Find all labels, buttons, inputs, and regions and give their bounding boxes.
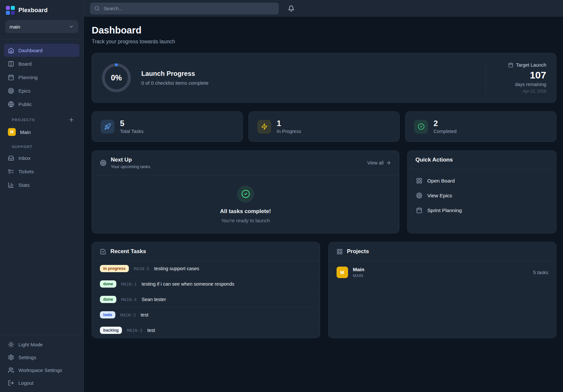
check-square-icon xyxy=(100,249,106,255)
recent-tasks-title: Recent Tasks xyxy=(110,248,146,255)
sidebar-item-inbox[interactable]: Inbox xyxy=(4,151,80,164)
globe-icon xyxy=(8,101,14,107)
plus-icon xyxy=(68,117,74,123)
sidebar-item-board[interactable]: Board xyxy=(4,57,80,70)
app-logo: Plexboard xyxy=(5,5,78,20)
quick-action-label: Open Board xyxy=(427,178,455,184)
sidebar-nav: Dashboard Board Planning Epics Public PR… xyxy=(0,39,83,192)
task-key: MAIN-5 xyxy=(134,266,149,271)
workspace-selector[interactable]: main xyxy=(5,20,78,33)
sidebar-item-stats[interactable]: Stats xyxy=(4,178,80,191)
sidebar-item-label: Public xyxy=(18,101,32,107)
view-all-label: View all xyxy=(367,160,384,165)
project-name: Main xyxy=(353,267,364,272)
recent-tasks-card: Recent Tasks in progress MAIN-5 testing … xyxy=(92,242,320,338)
sidebar-item-label: Logout xyxy=(18,380,34,386)
chevron-down-icon xyxy=(69,24,74,29)
calendar-icon xyxy=(416,207,422,213)
launch-progress-ring: 0% xyxy=(102,63,131,92)
list-todo-icon xyxy=(8,168,14,175)
ready-to-launch-subtitle: You're ready to launch xyxy=(221,218,270,223)
next-up-empty-state: All tasks complete! You're ready to laun… xyxy=(92,175,399,233)
project-row-main[interactable]: M Main MAIN 5 tasks xyxy=(329,261,556,284)
days-remaining-label: days remaining xyxy=(497,82,546,87)
target-icon xyxy=(8,88,14,94)
notifications-button[interactable] xyxy=(288,5,294,12)
sidebar-item-label: Tickets xyxy=(18,169,34,174)
sidebar-item-label: Main xyxy=(20,129,31,135)
check-circle-icon xyxy=(414,120,428,134)
task-key: MAIN-1 xyxy=(121,282,137,287)
stat-label: Total Tasks xyxy=(120,129,143,134)
sidebar-item-public[interactable]: Public xyxy=(4,98,80,111)
sidebar-item-label: Inbox xyxy=(18,155,31,161)
sidebar-item-label: Stats xyxy=(18,182,30,188)
grid-icon xyxy=(416,178,422,184)
workspace-settings-button[interactable]: Workspace Settings xyxy=(4,364,80,376)
sidebar-item-label: Epics xyxy=(18,88,31,94)
quick-action-open-board[interactable]: Open Board xyxy=(411,173,552,188)
task-row[interactable]: in progress MAIN-5 testing support cases xyxy=(92,261,320,276)
sidebar-item-planning[interactable]: Planning xyxy=(4,71,80,84)
task-key: MAIN-3 xyxy=(120,313,136,317)
stat-card-completed: 2 Completed xyxy=(405,111,556,142)
sun-icon xyxy=(8,341,14,348)
stat-label: In Progress xyxy=(277,129,301,134)
task-title: testing support cases xyxy=(154,266,199,271)
bar-chart-icon xyxy=(8,182,14,188)
search-box[interactable] xyxy=(90,3,279,14)
sidebar-item-epics[interactable]: Epics xyxy=(4,84,80,97)
recent-tasks-list: in progress MAIN-5 testing support cases… xyxy=(92,261,320,338)
add-project-button[interactable] xyxy=(68,117,74,123)
project-task-count: 5 tasks xyxy=(533,270,548,275)
sidebar-item-label: Dashboard xyxy=(18,48,42,53)
sidebar-item-label: Planning xyxy=(18,75,37,80)
quick-action-label: View Epics xyxy=(427,193,452,199)
launch-progress-card: 0% Launch Progress 0 of 0 checklist item… xyxy=(92,53,556,103)
success-check-icon xyxy=(237,185,254,203)
dashboard-content: Dashboard Track your progress towards la… xyxy=(84,17,563,392)
search-icon xyxy=(94,6,100,11)
projects-section-header: PROJECTS xyxy=(4,111,80,125)
view-all-link[interactable]: View all xyxy=(367,160,391,165)
sidebar-project-main[interactable]: M Main xyxy=(4,125,80,139)
page-title: Dashboard xyxy=(92,25,556,36)
progress-dot xyxy=(115,63,118,66)
next-up-subtitle: Your upcoming tasks xyxy=(111,164,150,169)
quick-action-view-epics[interactable]: View Epics xyxy=(411,188,552,203)
light-mode-toggle[interactable]: Light Mode xyxy=(4,338,80,351)
logout-icon xyxy=(8,380,14,386)
target-icon xyxy=(416,192,422,199)
sidebar-item-label: Settings xyxy=(18,355,36,360)
page-subtitle: Track your progress towards launch xyxy=(92,39,556,45)
zap-icon xyxy=(257,120,271,134)
target-launch-label: Target Launch xyxy=(516,62,546,68)
bell-icon xyxy=(288,5,294,12)
status-badge: todo xyxy=(100,311,115,318)
next-up-title: Next Up xyxy=(111,157,150,163)
workspace-name: main xyxy=(10,24,20,30)
task-title: testing if i can see when someone respon… xyxy=(142,281,234,287)
sidebar-item-dashboard[interactable]: Dashboard xyxy=(4,44,80,57)
project-badge: M xyxy=(8,128,16,136)
task-row[interactable]: todo MAIN-3 test xyxy=(92,307,320,323)
task-row[interactable]: done MAIN-4 Sean tester xyxy=(92,292,320,307)
quick-action-sprint-planning[interactable]: Sprint Planning xyxy=(411,203,552,218)
target-icon xyxy=(100,160,106,166)
all-tasks-complete-title: All tasks complete! xyxy=(220,208,271,215)
search-input[interactable] xyxy=(103,6,274,11)
sidebar-item-label: Board xyxy=(18,61,32,67)
settings-button[interactable]: Settings xyxy=(4,351,80,363)
task-title: test xyxy=(141,312,148,317)
logout-button[interactable]: Logout xyxy=(4,377,80,389)
sidebar-item-tickets[interactable]: Tickets xyxy=(4,165,80,178)
plexboard-logo-icon xyxy=(6,6,15,15)
sidebar-footer: Light Mode Settings Workspace Settings L… xyxy=(0,335,83,392)
calendar-icon xyxy=(8,74,14,80)
task-row[interactable]: done MAIN-1 testing if i can see when so… xyxy=(92,276,320,292)
target-launch-block: Target Launch 107 days remaining Apr 22,… xyxy=(497,62,546,94)
status-badge: in progress xyxy=(100,265,129,272)
status-badge: backlog xyxy=(100,327,122,334)
mid-row: Next Up Your upcoming tasks View all All… xyxy=(92,150,556,233)
task-row[interactable]: backlog MAIN-2 test xyxy=(92,323,320,338)
